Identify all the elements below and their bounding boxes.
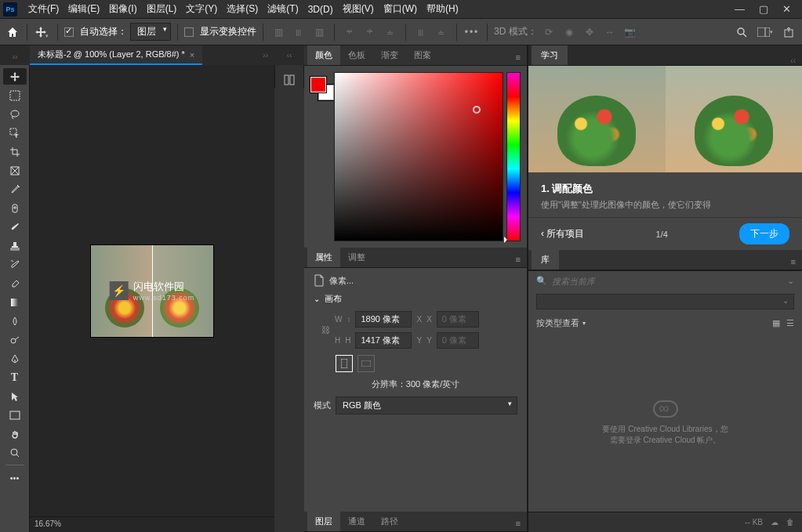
menu-help[interactable]: 帮助(H) bbox=[422, 0, 463, 18]
distribute-horizontal-icon[interactable]: ⫼ bbox=[412, 24, 430, 41]
gradient-tool[interactable] bbox=[3, 294, 27, 310]
more-options-button[interactable]: ••• bbox=[463, 24, 481, 41]
panel-menu-icon[interactable]: ≡ bbox=[510, 516, 527, 531]
tab-properties[interactable]: 属性 bbox=[307, 248, 340, 267]
3d-orbit-icon[interactable]: ⟳ bbox=[540, 24, 557, 41]
menu-edit[interactable]: 编辑(E) bbox=[64, 0, 104, 18]
tab-learn[interactable]: 学习 bbox=[532, 45, 568, 65]
3d-pan-icon[interactable]: ✥ bbox=[581, 24, 598, 41]
move-tool[interactable] bbox=[3, 68, 27, 85]
minimize-button[interactable]: — bbox=[735, 3, 745, 15]
mid-strip-toggle[interactable]: ‹‹ bbox=[274, 45, 304, 65]
left-panel-toggle[interactable]: ›› bbox=[0, 49, 30, 61]
workspace-icon[interactable]: ▾ bbox=[757, 24, 774, 41]
menu-select[interactable]: 选择(S) bbox=[222, 0, 263, 18]
tab-paths[interactable]: 路径 bbox=[373, 512, 406, 531]
frame-tool[interactable] bbox=[3, 162, 27, 179]
tab-color[interactable]: 颜色 bbox=[307, 45, 340, 65]
marquee-tool[interactable] bbox=[3, 87, 27, 103]
pen-tool[interactable] bbox=[3, 350, 27, 367]
tab-channels[interactable]: 通道 bbox=[340, 512, 373, 531]
expand-tabs-icon[interactable]: ›› bbox=[263, 51, 274, 60]
menu-layer[interactable]: 图层(L) bbox=[142, 0, 182, 18]
library-select-dropdown[interactable] bbox=[536, 294, 794, 309]
home-button[interactable] bbox=[5, 24, 20, 40]
3d-camera-icon[interactable]: 📷 bbox=[622, 24, 639, 41]
saturation-field[interactable] bbox=[334, 72, 503, 241]
distribute-vertical-icon[interactable]: ⫨ bbox=[433, 24, 450, 41]
spot-heal-tool[interactable] bbox=[3, 200, 27, 216]
crop-tool[interactable] bbox=[3, 143, 27, 160]
trash-icon[interactable]: 🗑 bbox=[786, 518, 794, 527]
library-search-input[interactable] bbox=[552, 277, 782, 286]
link-dimensions-icon[interactable]: ⛓ bbox=[321, 325, 330, 335]
menu-file[interactable]: 文件(F) bbox=[24, 0, 64, 18]
eyedropper-tool[interactable] bbox=[3, 181, 27, 197]
blur-tool[interactable] bbox=[3, 313, 27, 329]
filter-label[interactable]: 按类型查看 bbox=[536, 317, 579, 329]
menu-filter[interactable]: 滤镜(T) bbox=[263, 0, 303, 18]
align-vertical-centers-icon[interactable]: ⫩ bbox=[361, 24, 379, 41]
canvas-section-header[interactable]: 画布 bbox=[314, 293, 517, 305]
align-right-edges-icon[interactable]: ▥ bbox=[310, 24, 328, 41]
learn-next-button[interactable]: 下一步 bbox=[739, 223, 789, 244]
3d-slide-icon[interactable]: ↔ bbox=[601, 24, 619, 41]
width-input[interactable]: 1890 像素 bbox=[355, 311, 412, 328]
maximize-button[interactable]: ▢ bbox=[759, 3, 768, 15]
menu-image[interactable]: 图像(I) bbox=[104, 0, 141, 18]
align-top-edges-icon[interactable]: ⫧ bbox=[341, 24, 358, 41]
panel-menu-icon[interactable]: ≡ bbox=[510, 49, 527, 65]
auto-select-dropdown[interactable]: 图层 bbox=[130, 23, 171, 41]
hue-slider[interactable] bbox=[506, 72, 521, 241]
hand-tool[interactable] bbox=[3, 425, 27, 442]
dodge-tool[interactable] bbox=[3, 331, 27, 348]
close-tab-icon[interactable]: × bbox=[190, 50, 194, 60]
height-input[interactable]: 1417 像素 bbox=[355, 332, 412, 349]
landscape-button[interactable] bbox=[357, 355, 375, 372]
align-horizontal-centers-icon[interactable]: ⫼ bbox=[290, 24, 307, 41]
close-button[interactable]: ✕ bbox=[782, 3, 791, 15]
align-left-edges-icon[interactable]: ▥ bbox=[270, 24, 287, 41]
foreground-color[interactable] bbox=[310, 77, 326, 92]
document-tab[interactable]: 未标题-2 @ 100% (Layer 2, RGB/8#) *× bbox=[30, 45, 202, 65]
y-input[interactable]: 0 像素 bbox=[437, 332, 479, 349]
tab-swatches[interactable]: 色板 bbox=[340, 45, 373, 65]
eraser-tool[interactable] bbox=[3, 275, 27, 291]
align-bottom-edges-icon[interactable]: ⫨ bbox=[382, 24, 399, 41]
panel-menu-icon[interactable]: ≡ bbox=[510, 252, 527, 267]
collapse-panel-icon[interactable]: ‹‹ bbox=[790, 56, 802, 65]
stamp-tool[interactable] bbox=[3, 237, 27, 254]
path-select-tool[interactable] bbox=[3, 388, 27, 404]
show-transform-checkbox[interactable]: 显示变换控件 bbox=[184, 25, 256, 38]
tab-libraries[interactable]: 库 bbox=[532, 250, 559, 270]
lasso-tool[interactable] bbox=[3, 106, 27, 122]
menu-3d[interactable]: 3D(D) bbox=[303, 2, 338, 17]
history-panel-icon[interactable] bbox=[279, 71, 299, 89]
menu-window[interactable]: 窗口(W) bbox=[379, 0, 422, 18]
portrait-button[interactable] bbox=[336, 355, 353, 372]
3d-roll-icon[interactable]: ◉ bbox=[561, 24, 578, 41]
panel-menu-icon[interactable]: ≡ bbox=[785, 254, 802, 270]
share-icon[interactable] bbox=[780, 24, 797, 41]
search-chevron-icon[interactable]: ⌄ bbox=[787, 276, 794, 286]
learn-back-button[interactable]: ‹ 所有项目 bbox=[541, 227, 584, 241]
brush-tool[interactable] bbox=[3, 219, 27, 235]
mode-dropdown[interactable]: RGB 颜色 bbox=[336, 396, 517, 414]
canvas[interactable]: ⚡ 闪电软件园www.sd173.com bbox=[30, 65, 274, 516]
tab-gradients[interactable]: 渐变 bbox=[373, 45, 406, 65]
menu-text[interactable]: 文字(Y) bbox=[181, 0, 222, 18]
quick-select-tool[interactable] bbox=[3, 125, 27, 141]
tab-patterns[interactable]: 图案 bbox=[406, 45, 439, 65]
list-view-icon[interactable]: ☰ bbox=[786, 318, 794, 328]
auto-select-checkbox[interactable]: 自动选择： bbox=[64, 25, 127, 38]
history-brush-tool[interactable] bbox=[3, 256, 27, 273]
menu-view[interactable]: 视图(V) bbox=[338, 0, 379, 18]
edit-toolbar-icon[interactable]: ••• bbox=[3, 469, 27, 486]
zoom-tool[interactable] bbox=[3, 444, 27, 461]
text-tool[interactable]: T bbox=[3, 369, 27, 385]
tab-adjustments[interactable]: 调整 bbox=[340, 248, 373, 267]
tab-layers[interactable]: 图层 bbox=[307, 512, 340, 531]
x-input[interactable]: 0 像素 bbox=[437, 311, 479, 328]
rectangle-tool[interactable] bbox=[3, 407, 27, 423]
grid-view-icon[interactable]: ▦ bbox=[772, 318, 780, 328]
